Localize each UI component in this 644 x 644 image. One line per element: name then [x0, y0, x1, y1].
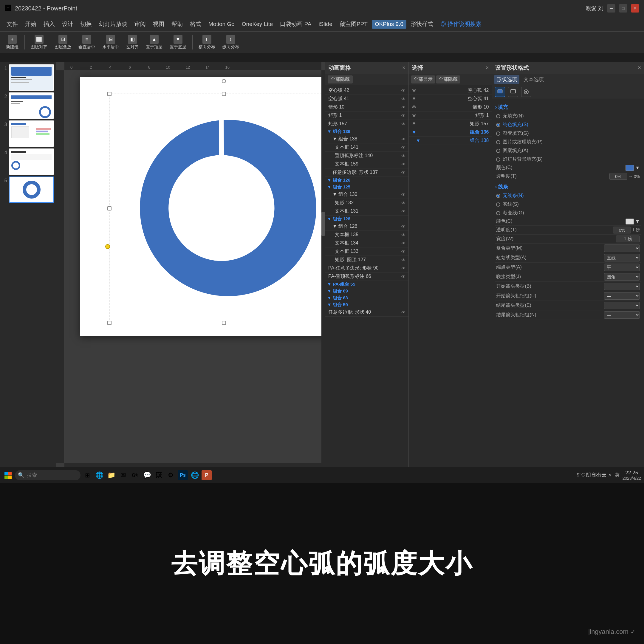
- fmt-tab-shape[interactable]: 形状选项: [494, 75, 519, 84]
- anim-item-2[interactable]: 箭形 10 👁: [325, 103, 408, 112]
- slide-thumbnail-1[interactable]: 1: [2, 64, 54, 91]
- scrollbar-horizontal[interactable]: [64, 463, 321, 467]
- handle-bottom-center[interactable]: [222, 321, 226, 325]
- fmt-fill-slide-radio[interactable]: [496, 157, 500, 162]
- anim-item-8[interactable]: 文本框 159 👁: [325, 160, 408, 168]
- start-button[interactable]: [3, 470, 13, 480]
- fmt-compound-select[interactable]: —: [604, 244, 640, 252]
- fmt-join-select[interactable]: 圆角: [604, 273, 640, 281]
- menu-pa[interactable]: 口袋动画 PA: [277, 19, 314, 29]
- settings-icon[interactable]: ⚙: [166, 470, 176, 480]
- align-btn[interactable]: ⬜ 图版对齐: [28, 34, 50, 51]
- fmt-arrow-begin-type-select[interactable]: —: [604, 283, 640, 290]
- teams-icon[interactable]: 💬: [142, 470, 152, 480]
- anim-item-3[interactable]: 矩形 1 👁: [325, 112, 408, 120]
- taskbar-clock[interactable]: 22:25 2023/4/22: [623, 470, 641, 481]
- hcenter-btn[interactable]: ⊟ 水平居中: [100, 34, 121, 51]
- menu-map[interactable]: 藏宝图PPT: [337, 19, 371, 29]
- anim-item-4[interactable]: 矩形 157 👁: [325, 120, 408, 128]
- anim-item-19[interactable]: PA-置顶孤形标注 66 👁: [325, 273, 408, 281]
- anim-item-0[interactable]: 空心弧 42 👁: [325, 86, 408, 95]
- fmt-fill-solid-radio[interactable]: [496, 123, 500, 127]
- ps-icon[interactable]: Ps: [178, 470, 188, 480]
- fmt-dash-select[interactable]: 直线: [604, 254, 640, 261]
- scrollbar-vertical-thumb[interactable]: [321, 212, 325, 236]
- fmt-tab-text[interactable]: 文本选项: [521, 75, 546, 84]
- handle-bottom-left[interactable]: [107, 321, 112, 325]
- anim-item-10[interactable]: ▼ 组合 130 👁: [325, 191, 408, 199]
- edge-browser-icon[interactable]: 🌐: [94, 470, 104, 480]
- anim-item-eye-1[interactable]: 👁: [401, 97, 405, 101]
- search-taskbar-button[interactable]: 🔍 搜索: [15, 470, 81, 480]
- fmt-line-solid-radio[interactable]: [496, 202, 500, 207]
- menu-slideshow[interactable]: 幻灯片放映: [96, 19, 130, 29]
- menu-islide[interactable]: iSlide: [315, 20, 335, 29]
- menu-search[interactable]: ◎ 操作说明搜索: [437, 19, 484, 29]
- new-group-btn[interactable]: + 新建组: [4, 34, 21, 51]
- menu-view[interactable]: 视图: [150, 19, 167, 29]
- menu-okplus[interactable]: OKPlus 9.0: [372, 20, 406, 29]
- anim-item-9[interactable]: 任意多边形: 形状 137 👁: [325, 168, 408, 177]
- anim-group-69[interactable]: ▼ 组合 69: [325, 288, 408, 295]
- photos-icon[interactable]: 🖼: [154, 470, 164, 480]
- menu-design[interactable]: 设计: [59, 19, 76, 29]
- hdist-btn[interactable]: ⫿ 横向分布: [196, 34, 218, 51]
- anim-item-eye-2[interactable]: 👁: [401, 105, 405, 110]
- fmt-arrow-end-size-select[interactable]: —: [604, 311, 640, 319]
- menu-review[interactable]: 审阅: [131, 19, 149, 29]
- fmt-line-gradient-radio[interactable]: [496, 211, 500, 215]
- menu-motion-go[interactable]: Motion Go: [205, 20, 238, 29]
- fmt-effect-icon-btn[interactable]: [521, 87, 531, 97]
- anim-item-5[interactable]: ▼ 组合 138 👁: [325, 135, 408, 143]
- anim-item-16[interactable]: 文本框 133 👁: [325, 247, 408, 256]
- fmt-line-icon-btn[interactable]: [508, 87, 518, 97]
- file-explorer-icon[interactable]: 📁: [106, 470, 116, 480]
- sel-item-4[interactable]: 👁 矩形 157: [409, 120, 492, 128]
- fmt-line-color-picker[interactable]: [626, 219, 634, 225]
- fmt-fill-gradient-radio[interactable]: [496, 131, 500, 136]
- anim-item-11[interactable]: 矩形 132 👁: [325, 199, 408, 207]
- anim-group-125[interactable]: ▼ 组合 125: [325, 184, 408, 191]
- sel-item-2[interactable]: 👁 箭形 10: [409, 103, 492, 112]
- menu-onekey[interactable]: OneKey Lite: [239, 20, 276, 29]
- fmt-fill-none-radio[interactable]: [496, 114, 500, 118]
- vcenter-btn[interactable]: ≡ 垂直居中: [76, 34, 97, 51]
- format-panel-close[interactable]: ×: [638, 65, 641, 71]
- shape-adjust-handle-left[interactable]: [105, 244, 110, 249]
- fmt-color-arrow[interactable]: ▼: [635, 165, 640, 171]
- sel-item-6[interactable]: ▼ 组合 138: [409, 137, 492, 145]
- anim-item-14[interactable]: 文本框 135 👁: [325, 231, 408, 239]
- maximize-button[interactable]: □: [619, 4, 627, 13]
- slide-thumbnail-3[interactable]: 3: [2, 120, 54, 147]
- fmt-arrow-begin-size-select[interactable]: —: [604, 292, 640, 300]
- menu-help[interactable]: 帮助: [168, 19, 186, 29]
- layer-btn[interactable]: ⊡ 图层叠放: [52, 34, 74, 51]
- fmt-color-picker[interactable]: [626, 165, 634, 171]
- sel-hide-all-btn[interactable]: 全部隐藏: [436, 75, 460, 83]
- anim-item-12[interactable]: 文本框 131 👁: [325, 207, 408, 216]
- chrome-icon[interactable]: 🌐: [190, 470, 200, 480]
- powerpoint-icon[interactable]: P: [202, 470, 212, 480]
- scrollbar-vertical[interactable]: [321, 70, 325, 467]
- anim-item-1[interactable]: 空心弧 41 👁: [325, 95, 408, 103]
- anim-item-18[interactable]: PA-任意多边形: 形状 90 👁: [325, 264, 408, 273]
- anim-group-pa55[interactable]: ▼ PA-组合 55: [325, 281, 408, 288]
- canvas-area[interactable]: 0 2 4 6 8 10 12 14 16: [56, 62, 325, 467]
- anim-group-136[interactable]: ▼ 组合 136: [325, 128, 408, 135]
- rotation-handle[interactable]: [222, 79, 226, 83]
- anim-item-20[interactable]: 任意多边形: 形状 40 👁: [325, 308, 408, 317]
- anim-item-eye-0[interactable]: 👁: [401, 88, 405, 93]
- close-button[interactable]: ✕: [631, 4, 639, 13]
- left-align-btn[interactable]: ◧ 左对齐: [124, 34, 141, 51]
- anim-item-6[interactable]: 文本框 141 👁: [325, 143, 408, 152]
- sel-item-1[interactable]: 👁 空心弧 41: [409, 95, 492, 103]
- sel-item-0[interactable]: 👁 空心弧 42: [409, 86, 492, 95]
- anim-item-eye-3[interactable]: 👁: [401, 113, 405, 118]
- slide-thumbnail-4[interactable]: 4: [2, 148, 54, 175]
- menu-file[interactable]: 文件: [4, 19, 21, 29]
- slide-thumbnail-2[interactable]: 2: [2, 92, 54, 119]
- sel-item-3[interactable]: 👁 矩形 1: [409, 112, 492, 120]
- anim-item-15[interactable]: 文本框 134 👁: [325, 239, 408, 247]
- anim-group-63[interactable]: ▼ 组合 63: [325, 295, 408, 301]
- anim-item-13[interactable]: ▼ 组合 126 👁: [325, 222, 408, 231]
